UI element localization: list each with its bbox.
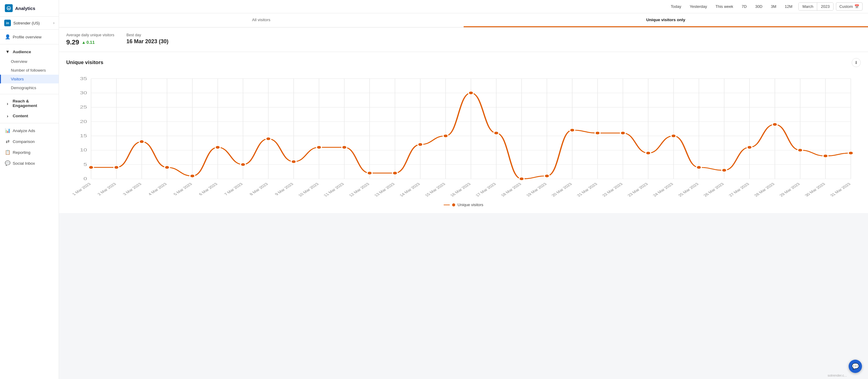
svg-text:5: 5 xyxy=(84,162,87,167)
svg-text:1 Mar 2023: 1 Mar 2023 xyxy=(71,182,92,196)
sidebar-item-overview[interactable]: Overview xyxy=(0,57,59,66)
12m-button[interactable]: 12M xyxy=(781,2,796,10)
svg-point-86 xyxy=(241,163,245,166)
avg-stat-change: ▲ 0.11 xyxy=(82,40,95,45)
svg-point-87 xyxy=(266,137,271,141)
svg-text:15 Mar 2023: 15 Mar 2023 xyxy=(424,182,446,197)
sidebar-item-comparison[interactable]: ⇄ Comparison xyxy=(0,136,59,147)
sidebar-item-demographics[interactable]: Demographics xyxy=(0,83,59,92)
calendar-icon: 📅 xyxy=(855,4,859,9)
svg-point-97 xyxy=(519,177,524,180)
footer-brand: sotrender.c... xyxy=(828,374,847,377)
svg-text:18 Mar 2023: 18 Mar 2023 xyxy=(500,182,522,197)
custom-label: Custom xyxy=(839,4,853,9)
today-button[interactable]: Today xyxy=(667,2,685,10)
tab-unique-visitors[interactable]: Unique visitors only xyxy=(464,13,868,27)
svg-point-102 xyxy=(646,151,651,155)
svg-text:12 Mar 2023: 12 Mar 2023 xyxy=(348,182,370,197)
7d-button[interactable]: 7D xyxy=(738,2,750,10)
svg-point-107 xyxy=(772,123,777,126)
custom-range-button[interactable]: Custom 📅 xyxy=(836,2,863,10)
tab-all-visitors[interactable]: All visitors xyxy=(59,13,464,27)
svg-point-80 xyxy=(89,166,93,169)
svg-text:3 Mar 2023: 3 Mar 2023 xyxy=(122,182,143,196)
sidebar-item-followers[interactable]: Number of followers xyxy=(0,66,59,75)
svg-text:11 Mar 2023: 11 Mar 2023 xyxy=(323,182,345,197)
chart-title-text: Unique visitors xyxy=(66,60,103,66)
account-selector[interactable]: in Sotrender (US) › xyxy=(0,16,59,30)
svg-point-94 xyxy=(443,134,448,138)
svg-text:5 Mar 2023: 5 Mar 2023 xyxy=(173,182,193,196)
svg-text:9 Mar 2023: 9 Mar 2023 xyxy=(274,182,294,196)
svg-text:2 Mar 2023: 2 Mar 2023 xyxy=(96,182,117,196)
comparison-icon: ⇄ xyxy=(5,139,10,144)
sidebar-group-content[interactable]: › Content xyxy=(0,111,59,121)
svg-text:15: 15 xyxy=(80,133,87,138)
date-year[interactable]: 2023 xyxy=(817,3,833,10)
svg-text:10: 10 xyxy=(80,148,87,152)
chat-fab-button[interactable]: 💬 xyxy=(849,360,862,373)
sidebar-item-social-inbox[interactable]: 💬 Social Inbox xyxy=(0,158,59,169)
legend-line-icon xyxy=(444,205,450,205)
chart-container: 353025201510501 Mar 20232 Mar 20233 Mar … xyxy=(66,72,861,199)
date-range-group[interactable]: March 2023 xyxy=(799,2,834,10)
svg-point-83 xyxy=(164,166,169,169)
this-week-button[interactable]: This week xyxy=(712,2,737,10)
svg-text:10 Mar 2023: 10 Mar 2023 xyxy=(297,182,320,197)
svg-text:20 Mar 2023: 20 Mar 2023 xyxy=(551,182,573,197)
date-month[interactable]: March xyxy=(799,3,817,10)
svg-point-92 xyxy=(393,171,397,175)
svg-text:13 Mar 2023: 13 Mar 2023 xyxy=(373,182,396,197)
chart-section: Unique visitors ⬇ 353025201510501 Mar 20… xyxy=(59,52,868,213)
app-logo-icon: in xyxy=(5,4,13,12)
svg-point-90 xyxy=(342,146,347,149)
svg-point-108 xyxy=(798,148,802,152)
sidebar-group-audience[interactable]: ▾ Audience xyxy=(0,46,59,57)
3m-button[interactable]: 3M xyxy=(767,2,780,10)
30d-button[interactable]: 30D xyxy=(751,2,766,10)
svg-point-100 xyxy=(595,132,600,135)
sidebar-nav: 👤 Profile overview ▾ Audience Overview N… xyxy=(0,30,59,170)
sidebar-group-reach[interactable]: › Reach & Engagement xyxy=(0,96,59,111)
svg-point-81 xyxy=(114,166,119,169)
svg-point-104 xyxy=(696,166,701,169)
download-icon: ⬇ xyxy=(855,60,858,65)
yesterday-button[interactable]: Yesterday xyxy=(686,2,710,10)
svg-point-98 xyxy=(545,174,549,178)
svg-point-105 xyxy=(722,169,726,172)
legend-dot-icon xyxy=(452,203,455,206)
svg-text:25: 25 xyxy=(80,105,87,110)
best-day-value: 16 Mar 2023 (30) xyxy=(126,38,168,45)
sidebar-item-analyze-ads[interactable]: 📊 Analyze Ads xyxy=(0,125,59,136)
svg-text:24 Mar 2023: 24 Mar 2023 xyxy=(652,182,674,197)
svg-text:7 Mar 2023: 7 Mar 2023 xyxy=(223,182,244,196)
svg-text:20: 20 xyxy=(80,119,87,124)
sidebar-item-reporting[interactable]: 📋 Reporting xyxy=(0,147,59,158)
svg-text:28 Mar 2023: 28 Mar 2023 xyxy=(753,182,775,197)
avg-stat-value: 9.29 ▲ 0.11 xyxy=(66,38,114,46)
svg-text:17 Mar 2023: 17 Mar 2023 xyxy=(474,182,497,197)
legend-label: Unique visitors xyxy=(458,203,483,207)
ads-icon: 📊 xyxy=(5,128,10,133)
svg-point-89 xyxy=(317,146,321,149)
svg-point-99 xyxy=(570,129,575,132)
svg-text:6 Mar 2023: 6 Mar 2023 xyxy=(198,182,218,196)
inbox-icon: 💬 xyxy=(5,161,10,166)
svg-text:21 Mar 2023: 21 Mar 2023 xyxy=(576,182,598,197)
svg-point-85 xyxy=(215,146,220,149)
svg-text:19 Mar 2023: 19 Mar 2023 xyxy=(525,182,548,197)
svg-text:0: 0 xyxy=(84,176,87,181)
sidebar-item-visitors[interactable]: Visitors xyxy=(0,75,59,83)
chevron-right-icon-reach: › xyxy=(5,101,10,106)
svg-text:22 Mar 2023: 22 Mar 2023 xyxy=(601,182,624,197)
chevron-right-icon: › xyxy=(53,21,55,25)
download-chart-button[interactable]: ⬇ xyxy=(852,58,861,67)
svg-point-88 xyxy=(291,160,296,163)
svg-point-95 xyxy=(468,91,473,95)
svg-text:29 Mar 2023: 29 Mar 2023 xyxy=(778,182,801,197)
svg-point-103 xyxy=(671,134,676,138)
svg-point-91 xyxy=(367,171,372,175)
sidebar-item-profile-overview[interactable]: 👤 Profile overview xyxy=(0,31,59,42)
svg-text:14 Mar 2023: 14 Mar 2023 xyxy=(399,182,421,197)
svg-text:25 Mar 2023: 25 Mar 2023 xyxy=(677,182,700,197)
